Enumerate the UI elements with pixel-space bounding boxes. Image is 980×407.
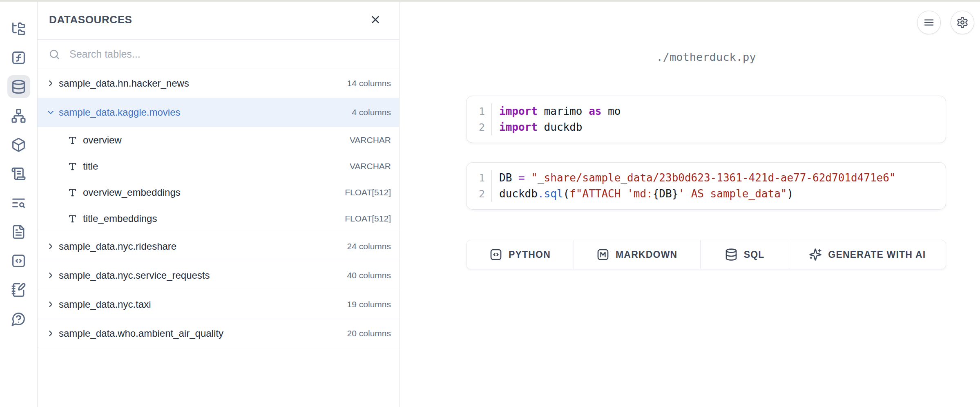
line-number: 2 [467, 119, 485, 135]
network-icon [11, 108, 26, 123]
sidebar-item-logs[interactable] [7, 162, 30, 185]
panel-header: DATASOURCES [38, 0, 399, 40]
table-name: sample_data.who.ambient_air_quality [59, 328, 347, 339]
table-name: sample_data.nyc.rideshare [59, 241, 347, 252]
code-cell-imports[interactable]: 1 2 import marimo as mo import duckdb [466, 96, 946, 143]
table-name: sample_data.kaggle.movies [59, 107, 352, 118]
column-row-title[interactable]: title VARCHAR [38, 153, 399, 179]
square-m-icon [596, 248, 609, 261]
sidebar-item-dependencies[interactable] [7, 104, 30, 127]
menu-icon [923, 16, 935, 29]
chevron-right-icon[interactable] [46, 329, 56, 338]
button-label: PYTHON [509, 249, 551, 260]
text-type-icon [68, 188, 77, 197]
text-type-icon [68, 214, 77, 224]
square-code-icon [489, 248, 502, 261]
sidebar-item-scratchpad[interactable] [7, 278, 30, 301]
close-panel-button[interactable] [368, 12, 383, 27]
code-token: ) [787, 188, 793, 200]
table-row-nyc-service-requests[interactable]: sample_data.nyc.service_requests 40 colu… [38, 261, 399, 290]
add-sql-cell-button[interactable]: SQL [700, 240, 789, 269]
table-column-count: 19 columns [347, 300, 391, 309]
code-token: DB [499, 172, 518, 184]
database-icon [725, 248, 738, 261]
generate-with-ai-button[interactable]: GENERATE WITH AI [789, 240, 946, 269]
table-name: sample_data.hn.hacker_news [59, 78, 347, 89]
code-line: DB = "_share/sample_data/23b0d623-1361-4… [499, 170, 946, 186]
table-name: sample_data.nyc.service_requests [59, 270, 347, 281]
sparkles-icon [809, 248, 822, 261]
settings-button[interactable] [951, 11, 974, 34]
code-line: import marimo as mo [499, 103, 946, 119]
code-token: duckdb [538, 121, 583, 133]
code-cell-attach-db[interactable]: 1 2 DB = "_share/sample_data/23b0d623-13… [466, 162, 946, 210]
column-type: FLOAT[512] [345, 214, 391, 224]
code-token: import [499, 105, 538, 117]
sidebar-item-datasources[interactable] [7, 75, 30, 98]
text-type-icon [68, 162, 77, 171]
button-label: GENERATE WITH AI [828, 249, 926, 260]
table-row-nyc-taxi[interactable]: sample_data.nyc.taxi 19 columns [38, 290, 399, 319]
search-row [38, 40, 399, 69]
scroll-text-icon [11, 166, 26, 181]
top-actions [917, 11, 974, 34]
code-token: "_share/sample_data/23b0d623-1361-421d-a… [531, 172, 895, 184]
notebook-area: ./motherduck.py 1 2 import marimo as mo … [400, 0, 980, 407]
sidebar-item-outline-search[interactable] [7, 191, 30, 214]
sidebar-item-variables[interactable] [7, 46, 30, 69]
line-numbers: 1 2 [467, 170, 492, 202]
search-tables-input[interactable] [69, 48, 399, 60]
database-icon [11, 79, 26, 94]
chevron-right-icon[interactable] [46, 242, 56, 251]
code-editor[interactable]: import marimo as mo import duckdb [492, 103, 946, 135]
code-editor[interactable]: DB = "_share/sample_data/23b0d623-1361-4… [492, 170, 946, 202]
sidebar-item-packages[interactable] [7, 133, 30, 156]
notebook-menu-button[interactable] [917, 11, 941, 34]
file-tree-icon [11, 21, 26, 36]
sidebar-item-file-explorer[interactable] [7, 17, 30, 40]
notebook-filename[interactable]: ./motherduck.py [466, 48, 946, 66]
code-line: import duckdb [499, 119, 946, 135]
table-column-count: 24 columns [347, 242, 391, 251]
chevron-right-icon[interactable] [46, 300, 56, 309]
line-numbers: 1 2 [467, 103, 492, 135]
button-label: SQL [744, 249, 765, 260]
table-column-count: 40 columns [347, 271, 391, 280]
table-row-kaggle-movies[interactable]: sample_data.kaggle.movies 4 columns [38, 98, 399, 127]
table-row-who-ambient-air-quality[interactable]: sample_data.who.ambient_air_quality 20 c… [38, 319, 399, 348]
datasources-panel: DATASOURCES sample_data.hn.hacker_news 1… [38, 0, 400, 407]
square-code-icon [11, 253, 26, 268]
sidebar-item-snippets[interactable] [7, 249, 30, 272]
column-row-title-embeddings[interactable]: title_embeddings FLOAT[512] [38, 206, 399, 232]
code-line: duckdb.sql(f"ATTACH 'md:{DB}' AS sample_… [499, 186, 946, 202]
sidebar-item-documentation[interactable] [7, 220, 30, 243]
code-token: .sql [538, 188, 563, 200]
add-python-cell-button[interactable]: PYTHON [467, 240, 574, 269]
table-row-hacker-news[interactable]: sample_data.hn.hacker_news 14 columns [38, 69, 399, 98]
table-column-count: 4 columns [352, 107, 391, 117]
code-token: as [589, 105, 601, 117]
add-cell-button-bar: PYTHON MARKDOWN SQL GENERATE WITH AI [466, 240, 946, 269]
code-token: {DB} [653, 188, 679, 200]
code-token [525, 172, 531, 184]
add-markdown-cell-button[interactable]: MARKDOWN [574, 240, 700, 269]
table-column-count: 14 columns [347, 78, 391, 88]
line-number: 1 [467, 103, 485, 119]
box-icon [11, 137, 26, 152]
chevron-right-icon[interactable] [46, 78, 56, 88]
text-search-icon [11, 195, 26, 210]
table-column-count: 20 columns [347, 329, 391, 338]
chevron-right-icon[interactable] [46, 271, 56, 280]
window-top-edge [0, 0, 980, 2]
chevron-down-icon[interactable] [46, 107, 56, 117]
column-row-overview-embeddings[interactable]: overview_embeddings FLOAT[512] [38, 179, 399, 206]
button-label: MARKDOWN [616, 249, 677, 260]
sidebar-item-help[interactable] [7, 307, 30, 330]
column-row-overview[interactable]: overview VARCHAR [38, 127, 399, 153]
message-question-icon [11, 311, 26, 326]
code-token: mo [601, 105, 621, 117]
table-row-nyc-rideshare[interactable]: sample_data.nyc.rideshare 24 columns [38, 232, 399, 261]
code-token: duckdb [499, 188, 538, 200]
column-name: overview [83, 134, 350, 146]
text-type-icon [68, 136, 77, 145]
